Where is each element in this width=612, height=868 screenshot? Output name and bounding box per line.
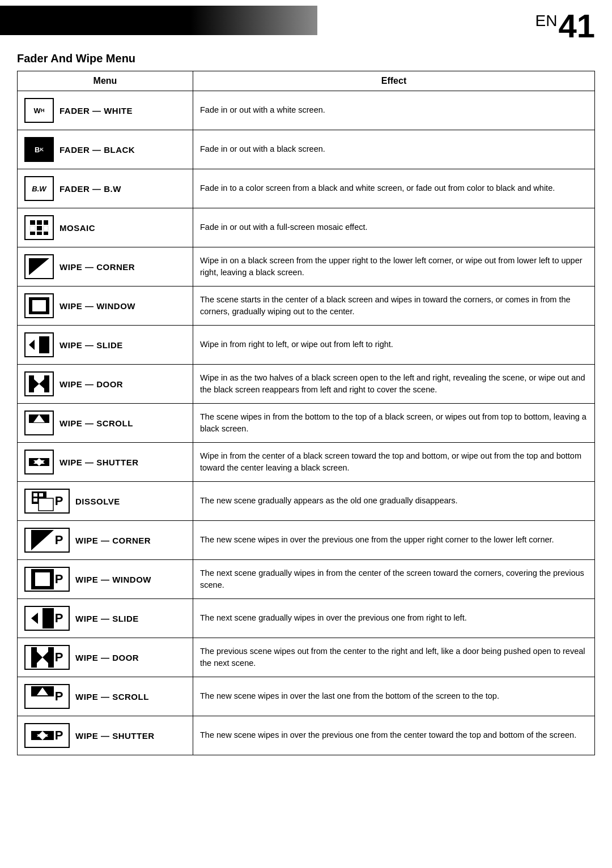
menu-cell-10: P DISSOLVE — [18, 482, 193, 521]
table-row: P WIPE — WINDOWThe next scene gradually … — [18, 560, 595, 599]
wipe-door-p-icon: P — [24, 645, 70, 670]
svg-rect-52 — [31, 725, 54, 731]
menu-cell-7: WIPE — DOOR — [18, 365, 193, 404]
menu-label-11: WIPE — CORNER — [75, 536, 151, 545]
svg-rect-44 — [31, 647, 37, 668]
page-header: EN41 — [0, 0, 612, 45]
svg-rect-45 — [48, 647, 54, 668]
svg-rect-33 — [33, 498, 37, 502]
effect-cell-8: The scene wipes in from the bottom to th… — [193, 404, 595, 443]
menu-label-8: WIPE — SCROLL — [60, 418, 133, 428]
menu-cell-16: P WIPE — SHUTTER — [18, 716, 193, 755]
table-row: BKFADER — BLACKFade in or out with a bla… — [18, 130, 595, 169]
svg-rect-12 — [32, 300, 46, 311]
svg-rect-8 — [44, 232, 48, 235]
effect-cell-11: The new scene wipes in over the previous… — [193, 521, 595, 560]
page-number: EN41 — [536, 10, 595, 42]
table-row: WIPE — CORNERWipe in on a black screen f… — [18, 247, 595, 287]
effect-cell-10: The new scene gradually appears as the o… — [193, 482, 595, 521]
menu-cell-5: WIPE — WINDOW — [18, 287, 193, 326]
menu-item-5: WIPE — WINDOW — [24, 291, 186, 320]
menu-label-0: FADER — WHITE — [60, 106, 133, 116]
menu-item-2: B.WFADER — B.W — [24, 174, 186, 203]
menu-label-16: WIPE — SHUTTER — [75, 731, 155, 741]
menu-item-9: WIPE — SHUTTER — [24, 447, 186, 477]
effect-cell-4: Wipe in on a black screen from the upper… — [193, 247, 595, 287]
menu-label-4: WIPE — CORNER — [60, 262, 135, 272]
menu-cell-2: B.WFADER — B.W — [18, 169, 193, 208]
mosaic-icon — [24, 215, 54, 240]
menu-label-10: DISSOLVE — [75, 497, 120, 506]
table-row: WIPE — SCROLLThe scene wipes in from the… — [18, 404, 595, 443]
menu-label-14: WIPE — DOOR — [75, 653, 139, 662]
menu-cell-9: WIPE — SHUTTER — [18, 443, 193, 482]
menu-label-6: WIPE — SLIDE — [60, 340, 123, 350]
wipe-shutter-p-icon: P — [24, 723, 70, 748]
menu-label-15: WIPE — SCROLL — [75, 692, 149, 702]
menu-item-15: P WIPE — SCROLL — [24, 682, 186, 711]
svg-rect-26 — [29, 466, 49, 471]
effect-cell-14: The previous scene wipes out from the ce… — [193, 638, 595, 677]
effect-cell-9: Wipe in from the center of a black scree… — [193, 443, 595, 482]
fader-white-icon: WH — [24, 98, 54, 123]
svg-rect-5 — [44, 226, 48, 230]
svg-rect-17 — [29, 375, 34, 392]
effect-cell-3: Fade in or out with a full-screen mosaic… — [193, 208, 595, 247]
menu-cell-8: WIPE — SCROLL — [18, 404, 193, 443]
menu-label-9: WIPE — SHUTTER — [60, 457, 139, 467]
menu-item-6: WIPE — SLIDE — [24, 330, 186, 360]
menu-item-14: P WIPE — DOOR — [24, 643, 186, 672]
svg-rect-32 — [39, 493, 43, 497]
menu-label-1: FADER — BLACK — [60, 145, 135, 155]
table-row: WIPE — SHUTTERWipe in from the center of… — [18, 443, 595, 482]
effect-cell-16: The new scene wipes in over the previous… — [193, 716, 595, 755]
table-row: WIPE — WINDOWThe scene starts in the cen… — [18, 287, 595, 326]
menu-item-16: P WIPE — SHUTTER — [24, 721, 186, 750]
menu-label-3: MOSAIC — [60, 223, 95, 233]
menu-cell-13: P WIPE — SLIDE — [18, 599, 193, 638]
fader-bw-icon: B.W — [24, 176, 54, 201]
effect-cell-12: The next scene gradually wipes in from t… — [193, 560, 595, 599]
menu-item-0: WHFADER — WHITE — [24, 96, 186, 125]
wipe-window-p-icon: P — [24, 567, 70, 592]
menu-cell-3: MOSAIC — [18, 208, 193, 247]
wipe-scroll-icon — [24, 411, 54, 435]
svg-rect-2 — [44, 220, 48, 225]
wipe-slide-icon — [24, 332, 54, 357]
effect-cell-1: Fade in or out with a black screen. — [193, 130, 595, 169]
menu-item-4: WIPE — CORNER — [24, 252, 186, 281]
effect-cell-5: The scene starts in the center of a blac… — [193, 287, 595, 326]
table-row: P DISSOLVEThe new scene gradually appear… — [18, 482, 595, 521]
menu-cell-14: P WIPE — DOOR — [18, 638, 193, 677]
svg-rect-25 — [29, 454, 49, 458]
table-row: P WIPE — CORNERThe new scene wipes in ov… — [18, 521, 595, 560]
svg-rect-31 — [33, 493, 37, 497]
table-row: WIPE — SLIDEWipe in from right to left, … — [18, 326, 595, 365]
menu-cell-0: WHFADER — WHITE — [18, 91, 193, 130]
fader-wipe-table: Menu Effect WHFADER — WHITEFade in or ou… — [17, 71, 595, 755]
effect-cell-6: Wipe in from right to left, or wipe out … — [193, 326, 595, 365]
dissolve-p-icon: P — [24, 489, 70, 514]
menu-label-7: WIPE — DOOR — [60, 379, 123, 389]
effect-cell-13: The next scene gradually wipes in over t… — [193, 599, 595, 638]
menu-item-1: BKFADER — BLACK — [24, 135, 186, 164]
svg-rect-3 — [30, 226, 35, 230]
svg-rect-0 — [30, 220, 35, 225]
svg-rect-35 — [39, 498, 53, 511]
wipe-corner-icon — [24, 254, 54, 279]
effect-cell-2: Fade in to a color screen from a black a… — [193, 169, 595, 208]
menu-label-13: WIPE — SLIDE — [75, 614, 139, 623]
effect-cell-7: Wipe in as the two halves of a black scr… — [193, 365, 595, 404]
svg-rect-7 — [37, 232, 42, 235]
menu-cell-12: P WIPE — WINDOW — [18, 560, 193, 599]
en-label: EN — [536, 12, 558, 29]
wipe-slide-p-icon: P — [24, 606, 70, 631]
menu-item-8: WIPE — SCROLL — [24, 408, 186, 438]
svg-rect-53 — [31, 740, 54, 746]
wipe-scroll-p-icon: P — [24, 684, 70, 709]
table-row: P WIPE — SLIDEThe next scene gradually w… — [18, 599, 595, 638]
header-bar — [0, 6, 317, 35]
menu-item-10: P DISSOLVE — [24, 486, 186, 516]
menu-cell-4: WIPE — CORNER — [18, 247, 193, 287]
table-row: P WIPE — SHUTTERThe new scene wipes in o… — [18, 716, 595, 755]
